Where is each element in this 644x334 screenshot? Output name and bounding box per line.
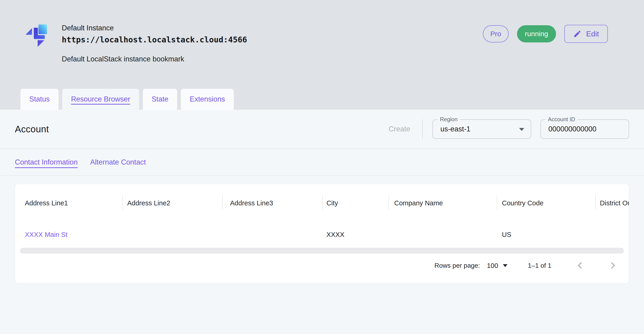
edit-button-label: Edit [586, 30, 599, 38]
column-separator [222, 195, 223, 210]
column-header-address-line2[interactable]: Address Line2 [127, 199, 170, 207]
chevron-right-icon [608, 261, 617, 270]
column-separator [388, 195, 389, 210]
next-page-button[interactable] [608, 261, 617, 271]
instance-url: https://localhost.localstack.cloud:4566 [62, 35, 247, 44]
tab-resource-browser[interactable]: Resource Browser [62, 89, 139, 110]
chevron-left-icon [576, 261, 584, 270]
account-subtabs: Contact Information Alternate Contact [0, 149, 644, 176]
instance-tabs: Status Resource Browser State Extensions [20, 89, 234, 110]
localstack-logo-icon [22, 22, 54, 50]
instance-header: Default Instance https://localhost.local… [0, 0, 644, 110]
page-title: Account [15, 124, 49, 135]
tab-state[interactable]: State [143, 89, 177, 110]
cell-country-code: US [502, 231, 511, 238]
tab-status[interactable]: Status [20, 89, 58, 110]
resource-browser-panel: Account Create Region us-east-1 Account … [0, 110, 644, 334]
instance-subtitle: Default LocalStack instance bookmark [62, 55, 247, 63]
subtab-contact-information[interactable]: Contact Information [15, 158, 78, 167]
column-separator [322, 195, 323, 210]
localstack-instance-page: Default Instance https://localhost.local… [0, 0, 644, 334]
rows-per-page-select[interactable]: 100 [487, 262, 507, 270]
column-header-address-line3[interactable]: Address Line3 [230, 199, 273, 207]
chevron-down-icon [503, 264, 508, 267]
instance-title: Default Instance [62, 24, 247, 32]
pro-badge: Pro [483, 25, 509, 42]
account-id-field[interactable]: Account ID 000000000000 [540, 119, 629, 139]
vertical-divider [422, 119, 423, 139]
edit-button[interactable]: Edit [564, 25, 608, 43]
region-select-value: us-east-1 [433, 125, 470, 133]
rows-per-page-value: 100 [487, 262, 498, 270]
account-id-label: Account ID [546, 116, 577, 123]
region-select[interactable]: Region us-east-1 [432, 119, 531, 139]
account-header: Account Create Region us-east-1 Account … [0, 110, 644, 149]
column-separator [497, 195, 497, 210]
pencil-icon [573, 30, 582, 38]
column-separator [595, 195, 596, 210]
chevron-down-icon [519, 128, 524, 131]
cell-address-line1-link[interactable]: XXXX Main St [25, 231, 68, 238]
table-pagination: Rows per page: 100 1–1 of 1 [434, 256, 617, 275]
tab-extensions[interactable]: Extensions [181, 89, 234, 110]
horizontal-scrollbar[interactable] [20, 248, 624, 254]
contact-information-table-card: Address Line1 Address Line2 Address Line… [15, 184, 629, 284]
column-header-district[interactable]: District Or [600, 199, 629, 207]
region-select-label: Region [438, 116, 460, 123]
column-header-company-name[interactable]: Company Name [394, 199, 443, 207]
create-button[interactable]: Create [386, 125, 412, 133]
cell-city: XXXX [326, 231, 344, 238]
pagination-range: 1–1 of 1 [528, 262, 551, 269]
rows-per-page-label: Rows per page: [434, 262, 480, 269]
column-separator [122, 195, 123, 210]
column-header-address-line1[interactable]: Address Line1 [25, 199, 68, 207]
previous-page-button[interactable] [576, 261, 584, 271]
subtab-alternate-contact[interactable]: Alternate Contact [90, 158, 146, 167]
status-badge: running [517, 25, 556, 42]
column-header-country-code[interactable]: Country Code [502, 199, 544, 207]
column-header-city[interactable]: City [326, 199, 338, 207]
account-id-value: 000000000000 [541, 125, 596, 133]
